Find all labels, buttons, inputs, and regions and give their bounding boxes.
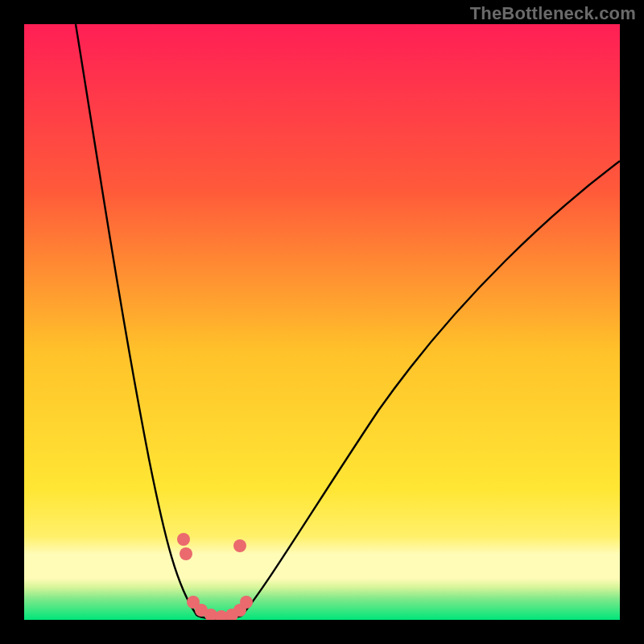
marker-dot <box>180 547 192 560</box>
marker-dot <box>177 533 190 546</box>
watermark-text: TheBottleneck.com <box>470 3 636 24</box>
right-curve <box>242 161 620 616</box>
left-curve <box>76 24 197 616</box>
marker-group <box>177 533 253 620</box>
marker-dot <box>240 596 253 609</box>
curve-layer <box>24 24 620 620</box>
chart-container: TheBottleneck.com <box>0 0 644 644</box>
marker-dot <box>233 539 246 552</box>
plot-area <box>24 24 620 620</box>
